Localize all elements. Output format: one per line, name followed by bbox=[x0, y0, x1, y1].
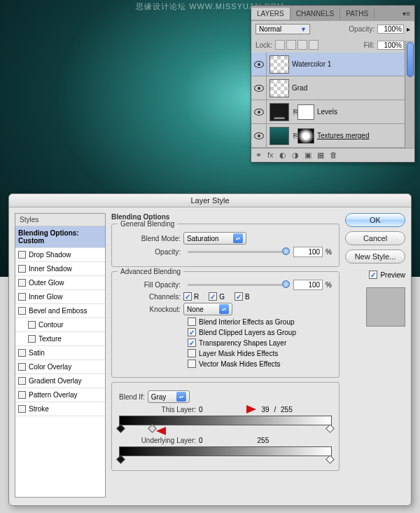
style-checkbox[interactable] bbox=[18, 349, 26, 357]
underlying-label: Underlying Layer: bbox=[140, 437, 196, 444]
style-item[interactable]: Blending Options: Custom bbox=[15, 226, 105, 248]
this-layer-max: 255 bbox=[281, 406, 293, 413]
ok-button[interactable]: OK bbox=[345, 213, 405, 227]
layer-row[interactable]: ⎘ Levels bbox=[251, 100, 414, 124]
advanced-checkbox[interactable] bbox=[188, 328, 196, 336]
opacity-arrow-icon[interactable]: ▸ bbox=[407, 25, 410, 33]
advanced-checkbox[interactable] bbox=[188, 317, 196, 326]
lock-all-icon[interactable] bbox=[309, 40, 318, 50]
chevron-updown-icon: ▴▾ bbox=[219, 304, 229, 314]
visibility-toggle[interactable] bbox=[251, 100, 267, 123]
style-checkbox[interactable] bbox=[18, 279, 26, 287]
style-checkbox[interactable] bbox=[18, 391, 26, 399]
opacity-slider[interactable] bbox=[188, 251, 286, 253]
trash-icon[interactable]: 🗑 bbox=[330, 151, 337, 160]
advanced-checkbox[interactable] bbox=[188, 360, 196, 368]
layer-row[interactable]: ⎘ Textures merged bbox=[251, 124, 414, 148]
link-layers-icon[interactable]: ⚭ bbox=[255, 151, 262, 160]
style-item[interactable]: Bevel and Emboss bbox=[15, 304, 105, 318]
eye-icon bbox=[254, 85, 264, 92]
layer-mask-thumbnail[interactable] bbox=[298, 104, 314, 120]
adjustment-thumbnail[interactable] bbox=[270, 103, 289, 121]
style-checkbox[interactable] bbox=[18, 377, 26, 385]
fill-opacity-slider[interactable] bbox=[188, 284, 286, 286]
advanced-checkbox[interactable] bbox=[188, 338, 196, 347]
style-item[interactable]: Inner Shadow bbox=[15, 262, 105, 276]
advanced-blending-group: Advanced Blending Fill Opacity: % Channe… bbox=[111, 271, 340, 378]
layer-row[interactable]: Watercolor 1 bbox=[251, 53, 414, 76]
style-item[interactable]: Inner Glow bbox=[15, 290, 105, 304]
fill-input[interactable]: 100% bbox=[377, 41, 404, 50]
panel-menu-icon[interactable]: ▾≡ bbox=[398, 10, 414, 18]
channel-b-checkbox[interactable] bbox=[234, 292, 243, 301]
preview-checkbox[interactable] bbox=[369, 271, 377, 279]
visibility-toggle[interactable] bbox=[251, 124, 267, 147]
this-layer-gradient[interactable] bbox=[119, 416, 332, 425]
channel-r-checkbox[interactable] bbox=[183, 292, 192, 301]
fx-icon[interactable]: fx bbox=[267, 151, 274, 160]
layers-panel: LAYERS CHANNELS PATHS ▾≡ Normal▼ Opacity… bbox=[251, 5, 415, 163]
style-checkbox[interactable] bbox=[18, 307, 26, 315]
style-item[interactable]: Pattern Overlay bbox=[15, 388, 105, 402]
layer-thumbnail[interactable] bbox=[270, 127, 289, 145]
layer-thumbnail[interactable] bbox=[270, 55, 289, 74]
layer-thumbnail[interactable] bbox=[270, 79, 289, 97]
style-checkbox[interactable] bbox=[18, 293, 26, 301]
group-icon[interactable]: ▣ bbox=[304, 151, 312, 160]
tab-channels[interactable]: CHANNELS bbox=[290, 8, 340, 20]
cancel-button[interactable]: Cancel bbox=[345, 231, 405, 245]
new-layer-icon[interactable]: ▦ bbox=[317, 151, 324, 160]
opacity-field[interactable] bbox=[293, 247, 323, 257]
channel-g-checkbox[interactable] bbox=[209, 292, 217, 301]
style-checkbox[interactable] bbox=[18, 363, 26, 371]
style-item[interactable]: Satin bbox=[15, 346, 105, 360]
advanced-checkbox[interactable] bbox=[188, 349, 196, 357]
knockout-select[interactable]: None▴▾ bbox=[183, 303, 232, 315]
style-item[interactable]: Color Overlay bbox=[15, 360, 105, 374]
lock-transparency-icon[interactable] bbox=[275, 40, 285, 50]
style-checkbox[interactable] bbox=[18, 405, 26, 413]
layers-scrollbar[interactable] bbox=[405, 41, 414, 148]
style-checkbox[interactable] bbox=[28, 321, 36, 329]
visibility-toggle[interactable] bbox=[251, 53, 267, 76]
style-checkbox[interactable] bbox=[18, 265, 26, 273]
underlying-gradient[interactable] bbox=[119, 446, 332, 456]
layer-name[interactable]: Grad bbox=[292, 84, 307, 92]
tab-paths[interactable]: PATHS bbox=[340, 8, 374, 20]
opacity-input[interactable]: 100% bbox=[377, 25, 404, 34]
layer-name[interactable]: Textures merged bbox=[317, 132, 369, 139]
style-label: Stroke bbox=[29, 405, 49, 413]
fill-opacity-field[interactable] bbox=[293, 280, 323, 290]
style-item[interactable]: Drop Shadow bbox=[15, 248, 105, 262]
style-item[interactable]: Stroke bbox=[15, 402, 105, 416]
slider-knob[interactable] bbox=[282, 280, 290, 288]
adjustment-icon[interactable]: ◑ bbox=[292, 151, 299, 160]
visibility-toggle[interactable] bbox=[251, 76, 267, 100]
style-checkbox[interactable] bbox=[18, 251, 26, 259]
tab-layers[interactable]: LAYERS bbox=[251, 8, 290, 20]
layer-blend-mode-select[interactable]: Normal▼ bbox=[255, 24, 310, 34]
style-item[interactable]: Texture bbox=[15, 332, 105, 346]
layer-name[interactable]: Watercolor 1 bbox=[292, 60, 331, 68]
blendif-select[interactable]: Gray▴▾ bbox=[148, 390, 190, 403]
advanced-legend: Advanced Blending bbox=[118, 268, 183, 275]
layers-footer: ⚭ fx ◐ ◑ ▣ ▦ 🗑 bbox=[251, 148, 414, 162]
scrollbar-thumb[interactable] bbox=[407, 42, 414, 77]
general-blending-group: General Blending Blend Mode: Saturation▴… bbox=[111, 224, 340, 267]
style-checkbox[interactable] bbox=[28, 335, 36, 343]
style-item[interactable]: Gradient Overlay bbox=[15, 374, 105, 388]
blend-mode-select[interactable]: Saturation▴▾ bbox=[183, 232, 246, 245]
layer-row[interactable]: Grad bbox=[251, 76, 414, 100]
new-style-button[interactable]: New Style... bbox=[345, 249, 405, 264]
layer-name[interactable]: Levels bbox=[317, 108, 337, 116]
layer-mask-thumbnail[interactable] bbox=[298, 128, 314, 144]
style-item[interactable]: Contour bbox=[15, 318, 105, 332]
style-label: Outer Glow bbox=[29, 279, 64, 287]
preview-toggle[interactable]: Preview bbox=[345, 271, 405, 279]
slider-knob[interactable] bbox=[282, 247, 290, 255]
underlying-low: 0 bbox=[199, 437, 203, 444]
lock-position-icon[interactable] bbox=[298, 40, 307, 50]
lock-pixels-icon[interactable] bbox=[286, 40, 296, 50]
style-item[interactable]: Outer Glow bbox=[15, 276, 105, 290]
mask-icon[interactable]: ◐ bbox=[279, 151, 286, 160]
